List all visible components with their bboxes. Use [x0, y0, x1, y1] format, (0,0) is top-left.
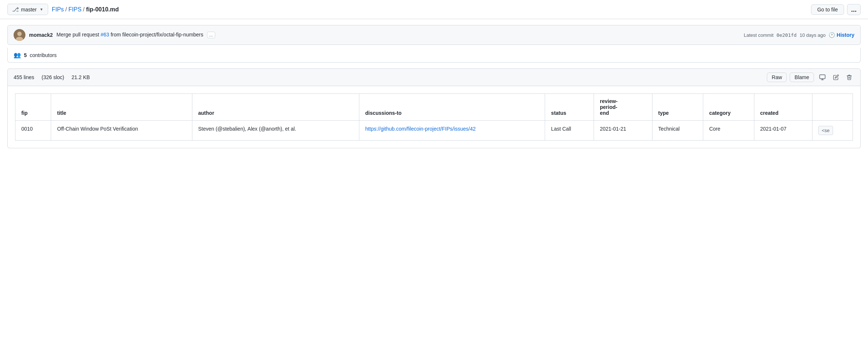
col-header-category: category [703, 94, 754, 121]
branch-selector[interactable]: ⎇ master ▼ [7, 4, 48, 15]
history-link[interactable]: 🕐 History [829, 32, 854, 38]
breadcrumb-fips-link[interactable]: FIPs [52, 6, 64, 13]
contributors-count: 5 [24, 52, 27, 58]
file-info-bar: 455 lines (326 sloc) 21.2 KB Raw Blame [7, 68, 861, 86]
pencil-icon [833, 74, 839, 80]
latest-commit-label: Latest commit [744, 32, 773, 38]
col-header-extra [812, 94, 853, 121]
table-header-row: fip title author discussions-to status r… [15, 94, 853, 121]
branch-name: master [21, 7, 37, 13]
display-icon-button[interactable] [817, 72, 828, 82]
col-header-fip: fip [15, 94, 51, 121]
cell-author: Steven (@stebalien), Alex (@anorth), et … [192, 121, 359, 141]
raw-button[interactable]: Raw [767, 72, 787, 82]
top-bar-right: Go to file ... [811, 4, 861, 15]
commit-author: momack2 [29, 32, 53, 38]
col-header-review-period-end: review-period-end [594, 94, 652, 121]
commit-message-suffix: from filecoin-project/fix/octal-fip-numb… [111, 32, 203, 38]
svg-rect-3 [820, 75, 825, 79]
col-header-status: status [545, 94, 594, 121]
breadcrumb-sep-1: / [65, 6, 67, 13]
cell-status: Last Call [545, 121, 594, 141]
contributors-bar: 👥 5 contributors [7, 48, 861, 63]
chevron-down-icon: ▼ [40, 7, 43, 11]
commit-message: Merge pull request #63 from filecoin-pro… [57, 32, 215, 38]
cell-review-period-end: 2021-01-21 [594, 121, 652, 141]
fip-table: fip title author discussions-to status r… [15, 93, 853, 141]
cell-extra: <se [812, 121, 853, 141]
avatar [14, 29, 25, 41]
go-to-file-button[interactable]: Go to file [811, 4, 844, 15]
contributors-label: contributors [30, 52, 57, 58]
partial-cell-value: <se [818, 126, 833, 135]
more-options-button[interactable]: ... [847, 4, 861, 15]
col-header-created: created [754, 94, 812, 121]
col-header-type: type [652, 94, 703, 121]
file-stats: 455 lines (326 sloc) 21.2 KB [14, 74, 90, 80]
trash-icon [846, 74, 852, 80]
file-sloc: (326 sloc) [42, 74, 64, 80]
commit-time-ago: 10 days ago [800, 32, 826, 38]
svg-point-1 [17, 32, 22, 36]
file-size: 21.2 KB [72, 74, 90, 80]
delete-icon-button[interactable] [844, 73, 854, 82]
cell-discussions-to: https://github.com/filecoin-project/FIPs… [359, 121, 545, 141]
breadcrumb-sep-2: / [83, 6, 85, 13]
breadcrumb-fips2-link[interactable]: FIPS [68, 6, 82, 13]
file-actions: Raw Blame [767, 72, 854, 82]
commit-hash: 0e201fd [776, 32, 797, 38]
commit-ellipsis-button[interactable]: ... [207, 32, 215, 38]
commit-bar: momack2 Merge pull request #63 from file… [7, 25, 861, 45]
breadcrumb-current: fip-0010.md [86, 6, 119, 13]
display-icon [819, 74, 826, 81]
table-container: fip title author discussions-to status r… [7, 86, 861, 148]
table-row: 0010 Off-Chain Window PoSt Verification … [15, 121, 853, 141]
history-label: History [837, 32, 854, 38]
commit-right: Latest commit 0e201fd 10 days ago 🕐 Hist… [744, 32, 854, 38]
cell-created: 2021-01-07 [754, 121, 812, 141]
top-bar: ⎇ master ▼ FIPs / FIPS / fip-0010.md Go … [0, 0, 868, 19]
breadcrumb: FIPs / FIPS / fip-0010.md [52, 6, 119, 13]
edit-icon-button[interactable] [831, 73, 841, 82]
col-header-title: title [51, 94, 192, 121]
contributors-icon: 👥 [14, 52, 21, 59]
cell-title: Off-Chain Window PoSt Verification [51, 121, 192, 141]
cell-type: Technical [652, 121, 703, 141]
commit-left: momack2 Merge pull request #63 from file… [14, 29, 215, 41]
commit-author-name: momack2 [29, 32, 53, 38]
branch-icon: ⎇ [12, 6, 19, 13]
commit-message-prefix: Merge pull request [57, 32, 99, 38]
commit-pr-link[interactable]: #63 [100, 32, 109, 38]
discussions-to-link[interactable]: https://github.com/filecoin-project/FIPs… [365, 126, 476, 132]
col-header-author: author [192, 94, 359, 121]
blame-button[interactable]: Blame [790, 72, 814, 82]
top-bar-left: ⎇ master ▼ FIPs / FIPS / fip-0010.md [7, 4, 119, 15]
clock-icon: 🕐 [829, 32, 835, 38]
file-lines: 455 lines [14, 74, 34, 80]
col-header-discussions-to: discussions-to [359, 94, 545, 121]
cell-category: Core [703, 121, 754, 141]
cell-fip: 0010 [15, 121, 51, 141]
